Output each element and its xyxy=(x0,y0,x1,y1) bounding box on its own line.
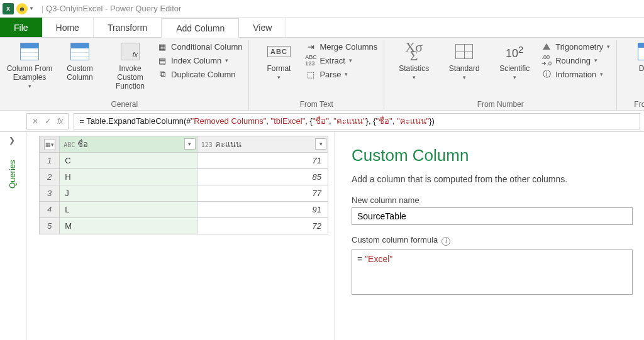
column-header-score[interactable]: 123คะแนน▾ xyxy=(197,136,328,153)
cell-name[interactable]: H xyxy=(60,169,197,185)
index-column-button[interactable]: ▤Index Column xyxy=(157,55,242,65)
tab-add-column[interactable]: Add Column xyxy=(162,18,239,38)
parse-button[interactable]: ⬚Parse xyxy=(306,69,377,79)
formula-text: = Table.ExpandTableColumn(#"Removed Colu… xyxy=(79,114,435,128)
formula-editor[interactable]: = "Excel" xyxy=(352,250,633,295)
btn-label: Extract xyxy=(319,56,345,65)
calendar-icon xyxy=(638,43,644,60)
custom-column-button[interactable]: Custom Column xyxy=(57,41,103,82)
formula-value: "Excel" xyxy=(365,254,392,264)
parse-icon: ⬚ xyxy=(306,69,316,79)
ribbon-group-from-date: Date From D xyxy=(617,40,644,110)
column-from-examples-button[interactable]: Column From Examples xyxy=(6,41,53,90)
cell-score[interactable]: 85 xyxy=(197,169,328,185)
column-name-label: New column name xyxy=(352,195,633,205)
ribbon-tabs: File Home Transform Add Column View xyxy=(0,18,644,38)
queries-pane-collapsed[interactable]: ❯ Queries xyxy=(0,132,26,340)
group-label-from-text: From Text xyxy=(255,97,377,110)
info-icon[interactable]: i xyxy=(441,237,450,246)
ribbon: Column From Examples Custom Column fx In… xyxy=(0,38,644,111)
rounding-button[interactable]: .00➔.0Rounding xyxy=(541,55,610,65)
date-button[interactable]: Date xyxy=(623,41,644,82)
column-filter-dropdown[interactable]: ▾ xyxy=(315,138,326,150)
rounding-icon: .00➔.0 xyxy=(541,55,552,65)
title-separator: | xyxy=(42,4,43,13)
column-name-input[interactable] xyxy=(352,207,633,225)
btn-label: Rounding xyxy=(555,56,591,65)
panel-heading: Custom Column xyxy=(352,146,633,165)
row-number: 4 xyxy=(40,202,60,218)
tab-view[interactable]: View xyxy=(239,18,286,37)
group-label-from-number: From Number xyxy=(391,97,610,110)
cell-score[interactable]: 91 xyxy=(197,202,328,218)
extract-button[interactable]: ABC123Extract xyxy=(306,55,377,65)
group-label-general: General xyxy=(6,97,242,110)
tab-transform[interactable]: Transform xyxy=(94,18,162,37)
information-button[interactable]: ⓘInformation xyxy=(541,69,610,79)
abc-icon: ABC xyxy=(267,46,291,57)
duplicate-column-button[interactable]: ⧉Duplicate Column xyxy=(157,69,242,79)
queries-label: Queries xyxy=(8,160,17,189)
formula-bar: ✕ ✓ fx = Table.ExpandTableColumn(#"Remov… xyxy=(0,111,644,132)
excel-icon: x xyxy=(3,3,14,14)
standard-button[interactable]: Standard xyxy=(441,41,487,82)
cell-name[interactable]: C xyxy=(60,153,197,169)
invoke-custom-function-button[interactable]: fx Invoke Custom Function xyxy=(107,41,153,90)
confirm-formula-icon[interactable]: ✓ xyxy=(45,117,51,126)
row-number: 1 xyxy=(40,153,60,169)
type-number-icon: 123 xyxy=(201,141,213,148)
merge-columns-button[interactable]: ⇥Merge Columns xyxy=(306,41,377,52)
smiley-icon[interactable]: ☻ xyxy=(16,3,28,14)
cell-name[interactable]: M xyxy=(60,218,197,234)
btn-label: Conditional Column xyxy=(171,42,242,52)
ten-squared-icon: 102 xyxy=(506,45,523,58)
column-header-name[interactable]: ABCชื่อ▾ xyxy=(60,136,197,153)
group-label-from-date: From D xyxy=(623,97,644,110)
btn-label: Column From Examples xyxy=(7,64,53,82)
table-options-icon[interactable]: ▦▾ xyxy=(44,139,55,150)
column-filter-dropdown[interactable]: ▾ xyxy=(184,138,196,150)
btn-label: Duplicate Column xyxy=(171,70,236,79)
extract-icon: ABC123 xyxy=(306,55,316,65)
btn-label: Standard xyxy=(449,64,480,73)
table-row[interactable]: 1C71 xyxy=(40,153,328,169)
merge-icon: ⇥ xyxy=(306,41,316,52)
grid-corner[interactable]: ▦▾ xyxy=(40,136,60,153)
chevron-right-icon: ❯ xyxy=(9,136,15,145)
cell-score[interactable]: 77 xyxy=(197,185,328,202)
window-title: Q3-OnlyinExcel - Power Query Editor xyxy=(46,4,181,13)
trigonometry-button[interactable]: Trigonometry xyxy=(541,41,610,52)
index-icon: ▤ xyxy=(157,55,167,65)
fx-label-icon: fx xyxy=(57,117,63,126)
cell-name[interactable]: L xyxy=(60,202,197,218)
main-area: ❯ Queries ▦▾ ABCชื่อ▾ 123คะแนน▾ 1C712H85… xyxy=(0,132,644,340)
row-number: 2 xyxy=(40,169,60,185)
formula-input[interactable]: = Table.ExpandTableColumn(#"Removed Colu… xyxy=(74,113,640,129)
table-row[interactable]: 2H85 xyxy=(40,169,328,185)
cell-score[interactable]: 72 xyxy=(197,218,328,234)
scientific-button[interactable]: 102 Scientific xyxy=(491,41,538,82)
format-button[interactable]: ABC Format xyxy=(255,41,302,82)
btn-label: Parse xyxy=(319,70,341,79)
operators-icon xyxy=(455,44,473,59)
tab-home[interactable]: Home xyxy=(42,18,94,37)
conditional-icon: ▦ xyxy=(157,41,167,52)
table-row[interactable]: 3J77 xyxy=(40,185,328,202)
panel-description: Add a column that is computed from the o… xyxy=(352,174,633,184)
table-row[interactable]: 4L91 xyxy=(40,202,328,218)
tab-file[interactable]: File xyxy=(0,18,42,37)
table-row[interactable]: 5M72 xyxy=(40,218,328,234)
conditional-column-button[interactable]: ▦Conditional Column xyxy=(157,41,242,52)
formula-prefix: = xyxy=(357,254,365,264)
statistics-button[interactable]: ΧσΣ Statistics xyxy=(391,41,437,82)
cell-name[interactable]: J xyxy=(60,185,197,202)
qat-dropdown[interactable]: ▼ xyxy=(29,6,34,11)
ribbon-group-from-number: ΧσΣ Statistics Standard 102 Scientific T… xyxy=(384,40,617,110)
btn-label: Statistics xyxy=(399,64,429,73)
fx-icon: fx xyxy=(121,43,140,60)
sigma-icon: ΧσΣ xyxy=(405,43,423,60)
cancel-formula-icon[interactable]: ✕ xyxy=(32,117,38,126)
btn-label: Scientific xyxy=(499,64,530,73)
data-grid: ▦▾ ABCชื่อ▾ 123คะแนน▾ 1C712H853J774L915M… xyxy=(39,136,328,234)
cell-score[interactable]: 71 xyxy=(197,153,328,169)
